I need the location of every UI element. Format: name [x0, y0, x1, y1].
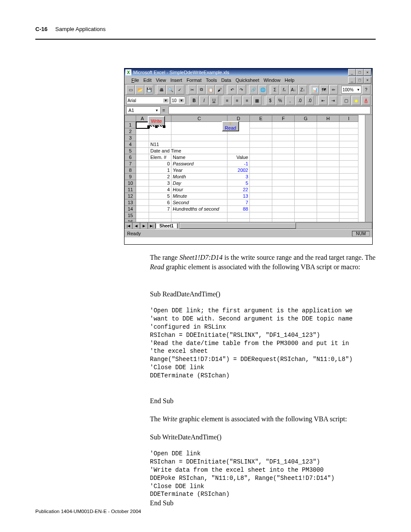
cell-D6[interactable]: Value [227, 154, 250, 161]
sheet-tab[interactable]: Sheet1 [156, 224, 177, 228]
doc-close-button[interactable]: × [364, 77, 371, 84]
col-E[interactable]: E [250, 115, 272, 122]
inc-decimal-icon[interactable]: .0 [296, 96, 305, 105]
col-C[interactable]: C [171, 115, 227, 122]
row-15[interactable]: 15 [125, 212, 136, 219]
menu-tools[interactable]: Tools [206, 78, 217, 83]
redo-icon[interactable]: ↷ [237, 85, 246, 94]
align-left-icon[interactable]: ≡ [223, 96, 232, 105]
fontsize-select[interactable]: 10▼ [171, 96, 185, 104]
row-1[interactable]: 1 [125, 122, 136, 128]
select-all[interactable] [125, 115, 136, 122]
last-sheet-icon[interactable]: ▶| [148, 222, 156, 229]
cell-D10[interactable]: 5 [227, 180, 250, 187]
percent-icon[interactable]: % [276, 96, 285, 105]
cell-B10[interactable]: 3 [149, 180, 171, 187]
save-icon[interactable]: 💾 [145, 85, 153, 94]
read-button[interactable]: ⇧ Read [222, 121, 239, 131]
row-12[interactable]: 12 [125, 193, 136, 199]
row-16[interactable]: 16 [125, 219, 136, 222]
menu-data[interactable]: Data [221, 78, 231, 83]
cell-D13[interactable]: 7 [227, 199, 250, 206]
row-6[interactable]: 6 [125, 154, 136, 161]
chart-icon[interactable]: 📊 [311, 85, 319, 94]
cell-D12[interactable]: 13 [227, 193, 250, 199]
vertical-scrollbar[interactable] [365, 115, 372, 222]
cell-C13[interactable]: Second [171, 199, 227, 206]
font-color-icon[interactable]: A [361, 96, 371, 105]
help-icon[interactable]: ? [362, 85, 371, 94]
print-icon[interactable]: 🖶 [157, 85, 165, 94]
comma-icon[interactable]: , [286, 96, 295, 105]
cell-D11[interactable]: 22 [227, 187, 250, 193]
spell-icon[interactable]: ✓ [175, 85, 184, 94]
undo-icon[interactable]: ↶ [227, 85, 236, 94]
cell-C10[interactable]: Day [171, 180, 227, 187]
row-8[interactable]: 8 [125, 167, 136, 174]
cell-C8[interactable]: Year [171, 167, 227, 174]
format-painter-icon[interactable]: 🖌 [215, 85, 224, 94]
fill-color-icon[interactable]: ◆ [352, 96, 361, 105]
underline-button[interactable]: U [209, 96, 218, 105]
menu-help[interactable]: Help [285, 78, 295, 83]
open-icon[interactable]: 📂 [135, 85, 144, 94]
row-10[interactable]: 10 [125, 180, 136, 187]
doc-restore-button[interactable]: □ [356, 77, 364, 84]
close-button[interactable]: × [364, 69, 371, 76]
copy-icon[interactable]: ⧉ [197, 85, 206, 94]
web-icon[interactable]: 🌐 [258, 85, 267, 94]
row-14[interactable]: 14 [125, 206, 136, 212]
doc-minimize-button[interactable]: _ [348, 77, 356, 84]
row-2[interactable]: 2 [125, 128, 136, 135]
menu-quicksheet[interactable]: Quicksheet [236, 78, 259, 83]
row-7[interactable]: 7 [125, 161, 136, 167]
cell-B4[interactable]: N11 [149, 141, 171, 148]
menu-view[interactable]: View [156, 78, 166, 83]
write-button[interactable]: Write [148, 116, 165, 126]
cell-C9[interactable]: Month [171, 174, 227, 180]
col-H[interactable]: H [317, 115, 339, 122]
cell-B7[interactable]: 0 [149, 161, 171, 167]
merge-icon[interactable]: ▦ [252, 96, 262, 105]
first-sheet-icon[interactable]: |◀ [125, 222, 132, 229]
cell-D14[interactable]: 88 [227, 206, 250, 212]
minimize-button[interactable]: _ [348, 69, 356, 76]
menu-insert[interactable]: Insert [170, 78, 182, 83]
row-4[interactable]: 4 [125, 141, 136, 148]
cell-B11[interactable]: 4 [149, 187, 171, 193]
font-select[interactable]: Arial▼ [126, 96, 170, 104]
menu-file[interactable]: File [131, 78, 139, 83]
cell-B14[interactable]: 7 [149, 206, 171, 212]
cell-B12[interactable]: 5 [149, 193, 171, 199]
cell-C11[interactable]: Hour [171, 187, 227, 193]
hyperlink-icon[interactable]: 🔗 [249, 85, 258, 94]
align-center-icon[interactable]: ≡ [233, 96, 242, 105]
horizontal-scrollbar[interactable] [179, 222, 372, 229]
bold-button[interactable]: B [190, 96, 199, 105]
cell-C14[interactable]: Hundredths of second [171, 206, 227, 212]
prev-sheet-icon[interactable]: ◀ [132, 222, 140, 229]
cell-B13[interactable]: 6 [149, 199, 171, 206]
row-13[interactable]: 13 [125, 199, 136, 206]
autosum-icon[interactable]: Σ [271, 85, 279, 94]
currency-icon[interactable]: $ [266, 96, 275, 105]
col-G[interactable]: G [295, 115, 317, 122]
col-A[interactable]: A [136, 115, 149, 122]
cut-icon[interactable]: ✂ [188, 85, 196, 94]
cell-D7[interactable]: -1 [227, 161, 250, 167]
row-11[interactable]: 11 [125, 187, 136, 193]
fx-icon[interactable]: fₓ [280, 85, 288, 94]
cell-B6[interactable]: Elem. # [149, 154, 171, 161]
menu-window[interactable]: Window [264, 78, 280, 83]
maximize-button[interactable]: □ [356, 69, 364, 76]
cell-C7[interactable]: Password [171, 161, 227, 167]
zoom-box[interactable]: 100%▼ [341, 86, 361, 93]
cell-B9[interactable]: 2 [149, 174, 171, 180]
col-F[interactable]: F [272, 115, 295, 122]
inc-indent-icon[interactable]: ⇥ [328, 96, 337, 105]
row-3[interactable]: 3 [125, 135, 136, 141]
preview-icon[interactable]: 🔍 [166, 85, 175, 94]
row-9[interactable]: 9 [125, 174, 136, 180]
align-right-icon[interactable]: ≡ [243, 96, 252, 105]
dec-decimal-icon[interactable]: .0 [305, 96, 314, 105]
